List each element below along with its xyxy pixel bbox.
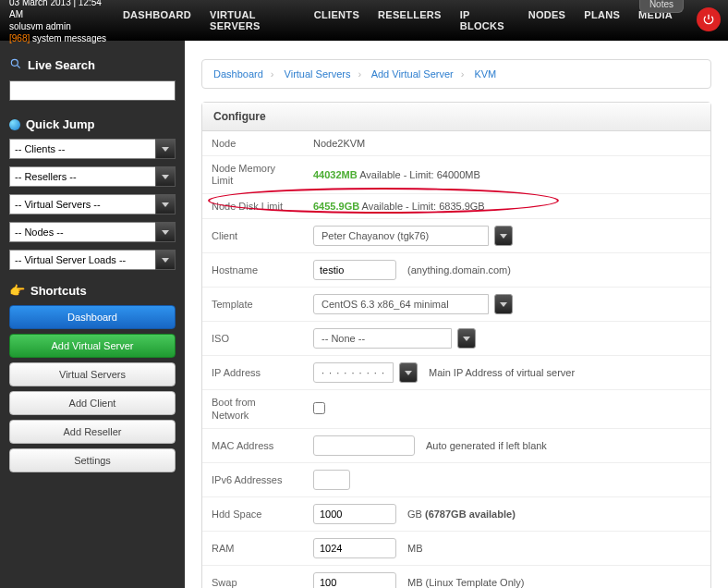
ram-input[interactable] xyxy=(313,538,396,558)
jump-vs-loads-button[interactable] xyxy=(155,250,176,270)
ip-label: IP Address xyxy=(202,356,304,390)
top-nav: DASHBOARD VIRTUAL SERVERS CLIENTS RESELL… xyxy=(114,9,682,31)
top-bar: 03 March 2013 | 12:54 AM solusvm admin [… xyxy=(0,0,728,41)
template-select[interactable]: CentOS 6.3 x86_64 minimal xyxy=(313,294,489,314)
node-memory-value: 44032MB Available - Limit: 64000MB xyxy=(304,156,710,194)
crumb-dashboard[interactable]: Dashboard xyxy=(213,68,263,80)
crumb-virtual-servers[interactable]: Virtual Servers xyxy=(285,68,351,80)
mac-label: MAC Address xyxy=(202,428,304,462)
ipv6-input[interactable] xyxy=(313,470,350,490)
ipv6-label: IPv6 Addresses xyxy=(202,462,304,496)
messages-count: [968] xyxy=(9,33,30,43)
shortcuts-heading: 👉 Shortcuts xyxy=(9,283,176,298)
swap-label: Swap xyxy=(202,565,304,588)
jump-nodes[interactable] xyxy=(9,222,176,242)
node-memory-label: Node Memory Limit xyxy=(202,156,304,194)
node-disk-label: Node Disk Limit xyxy=(202,194,304,219)
iso-select[interactable]: -- None -- xyxy=(313,328,452,349)
jump-clients[interactable] xyxy=(9,139,176,159)
shortcut-add-reseller[interactable]: Add Reseller xyxy=(9,420,176,444)
panel-heading: Configure xyxy=(202,103,710,131)
iso-select-button[interactable] xyxy=(457,328,476,349)
messages-line[interactable]: [968] system messages xyxy=(9,32,114,44)
jump-virtual-servers[interactable] xyxy=(9,194,176,214)
boot-checkbox[interactable] xyxy=(313,402,325,414)
nav-virtual-servers[interactable]: VIRTUAL SERVERS xyxy=(200,9,305,31)
hdd-label: Hdd Space xyxy=(202,496,304,531)
shortcut-add-client[interactable]: Add Client xyxy=(9,391,176,415)
content: Dashboard› Virtual Servers› Add Virtual … xyxy=(185,41,728,588)
user-line: solusvm admin xyxy=(9,20,114,32)
breadcrumb: Dashboard› Virtual Servers› Add Virtual … xyxy=(201,59,711,89)
messages-label: system messages xyxy=(32,33,106,43)
nav-clients[interactable]: CLIENTS xyxy=(305,9,369,31)
globe-icon xyxy=(9,119,20,130)
svg-point-0 xyxy=(11,59,18,66)
ip-select[interactable]: · · · · · · · · · xyxy=(313,362,394,383)
hostname-input[interactable] xyxy=(313,260,396,280)
mac-hint: Auto generated if left blank xyxy=(426,440,547,451)
ram-label: RAM xyxy=(202,531,304,565)
sidebar: Live Search Quick Jump 👉 Shortcuts Dashb… xyxy=(0,41,185,588)
nav-ip-blocks[interactable]: IP BLOCKS xyxy=(451,9,519,31)
hostname-hint: (anything.domain.com) xyxy=(407,264,511,276)
pin-icon: 👉 xyxy=(9,283,25,298)
template-select-button[interactable] xyxy=(494,294,513,314)
iso-label: ISO xyxy=(202,322,304,356)
configure-panel: Configure NodeNode2KVM Node Memory Limit… xyxy=(201,102,711,588)
nav-nodes[interactable]: NODES xyxy=(519,9,576,31)
boot-label: Boot from Network xyxy=(202,390,304,428)
shortcut-dashboard[interactable]: Dashboard xyxy=(9,305,176,329)
client-select-button[interactable] xyxy=(494,226,513,246)
search-input[interactable] xyxy=(9,80,176,101)
nav-dashboard[interactable]: DASHBOARD xyxy=(114,9,200,31)
jump-resellers[interactable] xyxy=(9,166,176,187)
mac-input[interactable] xyxy=(313,435,415,456)
jump-nodes-button[interactable] xyxy=(155,222,176,242)
ip-hint: Main IP Address of virtual server xyxy=(429,367,575,378)
date-time: 03 March 2013 | 12:54 AM xyxy=(9,0,114,20)
node-value: Node2KVM xyxy=(304,131,710,156)
jump-resellers-button[interactable] xyxy=(155,166,176,187)
hostname-label: Hostname xyxy=(202,253,304,288)
node-label: Node xyxy=(202,131,304,156)
template-label: Template xyxy=(202,288,304,322)
swap-input[interactable] xyxy=(313,572,396,588)
nav-resellers[interactable]: RESELLERS xyxy=(369,9,451,31)
jump-vs-loads[interactable] xyxy=(9,250,176,270)
client-label: Client xyxy=(202,219,304,253)
ip-select-button[interactable] xyxy=(399,362,418,383)
crumb-kvm[interactable]: KVM xyxy=(474,68,496,80)
shortcut-virtual-servers[interactable]: Virtual Servers xyxy=(9,362,176,386)
crumb-add-vs[interactable]: Add Virtual Server xyxy=(371,68,454,80)
notes-tab[interactable]: Notes xyxy=(639,0,684,13)
live-search-heading: Live Search xyxy=(9,57,176,73)
search-icon xyxy=(9,57,22,73)
jump-clients-button[interactable] xyxy=(155,139,176,159)
power-icon[interactable] xyxy=(697,7,721,31)
nav-plans[interactable]: PLANS xyxy=(575,9,629,31)
jump-virtual-servers-button[interactable] xyxy=(155,194,176,214)
header-info: 03 March 2013 | 12:54 AM solusvm admin [… xyxy=(9,0,114,44)
quick-jump-heading: Quick Jump xyxy=(9,117,176,131)
shortcut-add-virtual-server[interactable]: Add Virtual Server xyxy=(9,334,176,358)
client-select[interactable]: Peter Chayanov (tgk76) xyxy=(313,226,489,246)
hdd-input[interactable] xyxy=(313,504,396,524)
node-disk-value: 6455.9GB Available - Limit: 6835.9GB xyxy=(304,194,710,219)
shortcut-settings[interactable]: Settings xyxy=(9,448,176,472)
